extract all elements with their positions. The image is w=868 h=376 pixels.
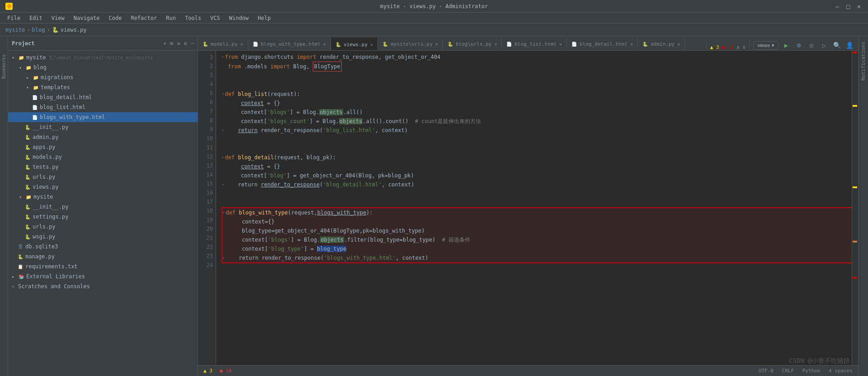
tree-scratches-consoles[interactable]: ✎ Scratches and Consoles bbox=[8, 281, 198, 291]
fold-icon-23[interactable]: ▾ bbox=[222, 253, 225, 262]
tab-label-blogs-html: blogs_with_type.html bbox=[261, 41, 321, 47]
profile-button[interactable]: ◎ bbox=[807, 40, 816, 50]
tree-blog-init-py[interactable]: 🐍 __init__.py bbox=[8, 122, 198, 132]
fold-icon-15[interactable]: ▾ bbox=[222, 180, 224, 189]
folder-icon: 📁 bbox=[33, 85, 39, 90]
debug-button[interactable]: ⚙ bbox=[794, 40, 804, 50]
menu-window[interactable]: Window bbox=[226, 14, 252, 22]
tree-root-mysite[interactable]: ▾ 📁 mysite E:\about_Django\test\mysite_e… bbox=[8, 52, 198, 62]
notifications-sidebar: Notifications bbox=[858, 36, 868, 376]
tab-blog-urls-py[interactable]: 🐍 blog\urls.py ✕ bbox=[443, 38, 502, 50]
tab-mysite-urls-py[interactable]: 🐍 mysite\urls.py ✕ bbox=[378, 38, 443, 50]
warning-marker-1 bbox=[853, 105, 857, 107]
run-button[interactable]: ▶ bbox=[781, 40, 791, 50]
tab-views-py[interactable]: 🐍 views.py ✕ bbox=[331, 38, 378, 50]
fold-icon-5[interactable]: ▾ bbox=[222, 90, 224, 99]
tree-blog-folder[interactable]: ▾ 📁 blog bbox=[8, 62, 198, 72]
tab-close-blog-urls[interactable]: ✕ bbox=[494, 42, 497, 47]
close-button[interactable]: ✕ bbox=[855, 3, 863, 10]
tree-blogs-with-type-html[interactable]: 📄 blogs_with_type.html bbox=[8, 112, 198, 122]
warnings-count[interactable]: ▲ 3 bbox=[710, 44, 719, 50]
tree-blog-views-py[interactable]: 🐍 views.py bbox=[8, 182, 198, 192]
menu-refactor[interactable]: Refactor bbox=[127, 14, 160, 22]
tree-migrations-folder[interactable]: ▸ 📁 migrations bbox=[8, 72, 198, 82]
project-collapse-icon[interactable]: ⊞ bbox=[170, 40, 173, 47]
tree-mysite-folder[interactable]: ▾ 📁 mysite bbox=[8, 192, 198, 202]
breadcrumb-file[interactable]: 🐍 views.py bbox=[52, 27, 87, 33]
menu-run[interactable]: Run bbox=[162, 14, 179, 22]
tab-close-mysite-urls[interactable]: ✕ bbox=[435, 42, 438, 47]
menu-navigate[interactable]: Navigate bbox=[70, 14, 104, 22]
fold-icon-9[interactable]: ▾ bbox=[222, 126, 224, 135]
tree-blog-admin-py[interactable]: 🐍 admin.py bbox=[8, 132, 198, 142]
tree-blogs-with-type-label: blogs_with_type.html bbox=[40, 114, 105, 120]
tree-blog-apps-py[interactable]: 🐍 apps.py bbox=[8, 142, 198, 152]
tree-external-libs[interactable]: ▸ 📚 External Libraries bbox=[8, 271, 198, 281]
tree-mysite-urls-py[interactable]: 🐍 urls.py bbox=[8, 222, 198, 232]
tab-blog-list-html[interactable]: 📄 blog_list.html ✕ bbox=[502, 38, 567, 50]
minimize-button[interactable]: – bbox=[834, 3, 841, 10]
collapse-icon[interactable]: ∨ bbox=[742, 44, 745, 50]
tree-templates-folder[interactable]: ▾ 📁 templates bbox=[8, 82, 198, 92]
code-editor[interactable]: ▾ from django.shortcuts import render_to… bbox=[216, 51, 852, 365]
line-num-4: 4 bbox=[198, 80, 213, 89]
status-encoding[interactable]: UTF-8 bbox=[759, 368, 774, 374]
fold-icon-12[interactable]: ▾ bbox=[222, 153, 224, 162]
code-line-4 bbox=[222, 81, 852, 90]
menu-file[interactable]: File bbox=[4, 14, 24, 22]
tree-blog-list-html[interactable]: 📄 blog_list.html bbox=[8, 102, 198, 112]
tree-blog-tests-py[interactable]: 🐍 tests.py bbox=[8, 162, 198, 172]
breadcrumb-mysite[interactable]: mysite bbox=[5, 27, 25, 33]
tree-requirements-txt[interactable]: 📋 requirements.txt bbox=[8, 262, 198, 271]
menu-view[interactable]: View bbox=[48, 14, 68, 22]
tree-mysite-wsgi-py[interactable]: 🐍 wsgi.py bbox=[8, 232, 198, 242]
tab-close-blog-detail[interactable]: ✕ bbox=[630, 42, 633, 47]
status-linesep[interactable]: CRLF bbox=[782, 368, 794, 374]
menu-vcs[interactable]: VCS bbox=[207, 14, 224, 22]
restore-button[interactable]: □ bbox=[844, 3, 852, 10]
status-indent[interactable]: 4 spaces bbox=[829, 368, 853, 374]
tab-blog-detail-html[interactable]: 📄 blog_detail.html ✕ bbox=[567, 38, 638, 50]
tree-mysite-settings-py[interactable]: 🐍 settings.py bbox=[8, 212, 198, 222]
tab-icon-blog-detail: 📄 bbox=[571, 42, 577, 47]
arrow-down-icon: ▾ bbox=[10, 55, 16, 60]
project-dropdown-icon[interactable]: ▾ bbox=[163, 40, 166, 47]
tree-blog-urls-py[interactable]: 🐍 urls.py bbox=[8, 172, 198, 182]
menu-code[interactable]: Code bbox=[105, 14, 126, 22]
tab-close-admin[interactable]: ✕ bbox=[677, 42, 680, 47]
tab-close-blog-list[interactable]: ✕ bbox=[559, 42, 562, 47]
expand-icon[interactable]: ∧ bbox=[736, 44, 740, 50]
views-dropdown-button[interactable]: views ▾ bbox=[753, 41, 778, 50]
py-file-icon: 🐍 bbox=[24, 234, 31, 239]
tree-blog-detail-html[interactable]: 📄 blog_detail.html bbox=[8, 92, 198, 102]
tree-blog-models-py[interactable]: 🐍 models.py bbox=[8, 152, 198, 162]
project-expand-icon[interactable]: ≡ bbox=[177, 40, 180, 47]
errors-count[interactable]: ● 10 bbox=[722, 44, 734, 50]
menu-tools[interactable]: Tools bbox=[181, 14, 205, 22]
fold-icon-18[interactable]: ▾ bbox=[222, 208, 225, 217]
more-run-icon[interactable]: ▷ bbox=[819, 40, 829, 50]
project-settings-icon[interactable]: ⚙ bbox=[184, 40, 187, 47]
status-language[interactable]: Python bbox=[802, 368, 821, 374]
project-close-icon[interactable]: – bbox=[191, 40, 194, 47]
tree-manage-py[interactable]: 🐍 manage.py bbox=[8, 252, 198, 262]
tab-close-views[interactable]: ✕ bbox=[370, 42, 373, 47]
tab-admin-py[interactable]: 🐍 admin.py ✕ bbox=[638, 38, 685, 50]
tree-db-sqlite3[interactable]: 🗄 db.sqlite3 bbox=[8, 242, 198, 252]
file-tree: ▾ 📁 mysite E:\about_Django\test\mysite_e… bbox=[8, 51, 198, 376]
menu-edit[interactable]: Edit bbox=[26, 14, 46, 22]
status-errors[interactable]: ● 10 bbox=[220, 368, 232, 374]
breadcrumb-blog[interactable]: blog bbox=[32, 27, 45, 33]
user-icon[interactable]: 👤 bbox=[844, 40, 854, 50]
tree-mysite-init-py[interactable]: 🐍 __init__.py bbox=[8, 202, 198, 212]
views-label: views bbox=[757, 43, 770, 48]
search-button[interactable]: 🔍 bbox=[832, 40, 842, 50]
status-warnings[interactable]: ▲ 3 bbox=[203, 368, 212, 374]
fold-icon-1[interactable]: ▾ bbox=[222, 52, 224, 62]
tab-models-py[interactable]: 🐍 models.py ✕ bbox=[198, 38, 248, 50]
tab-close-blogs-html[interactable]: ✕ bbox=[323, 42, 326, 47]
error-marker-mid bbox=[853, 241, 857, 243]
menu-help[interactable]: Help bbox=[254, 14, 274, 22]
tab-close-models[interactable]: ✕ bbox=[241, 42, 243, 47]
tab-blogs-with-type-html[interactable]: 📄 blogs_with_type.html ✕ bbox=[248, 38, 331, 50]
